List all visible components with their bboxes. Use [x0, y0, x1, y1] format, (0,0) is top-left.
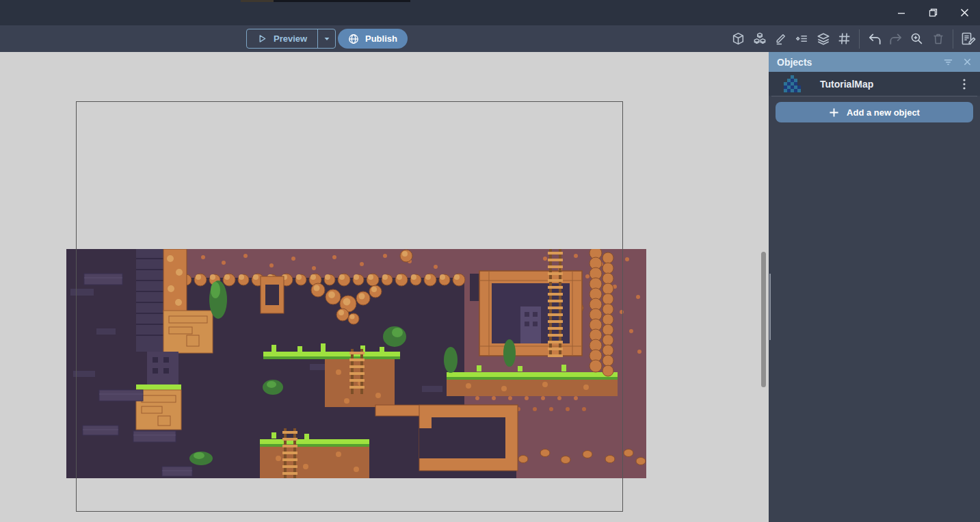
panel-divider: [771, 96, 977, 96]
zoom-in-button[interactable]: [908, 30, 925, 47]
toolbar-separator: [953, 29, 953, 49]
object-options-button[interactable]: [957, 77, 972, 92]
toolbar: Preview Publish: [0, 25, 980, 52]
panel-scrollbar[interactable]: [769, 274, 771, 340]
minimize-button[interactable]: [886, 0, 917, 25]
preview-button[interactable]: Preview: [247, 29, 317, 48]
publish-button-label: Publish: [365, 34, 397, 44]
cube-icon: [731, 31, 745, 46]
titlebar: [0, 0, 980, 25]
object-groups-icon: [752, 31, 767, 47]
scene-editor-canvas[interactable]: [0, 52, 769, 522]
titlebar-artifact-strip-dark: [274, 0, 410, 2]
zoom-in-icon: [910, 31, 924, 46]
object-list-item-tutorialmap[interactable]: TutorialMap: [769, 72, 980, 96]
window-controls: [886, 0, 980, 25]
objects-panel-header: Objects: [769, 52, 980, 72]
panel-close-icon[interactable]: [963, 57, 972, 66]
preview-split-button: Preview: [246, 29, 336, 49]
titlebar-artifact-strip: [241, 0, 274, 2]
objects-panel: Objects TutorialMap Add a new object: [769, 52, 980, 522]
instances-list-icon: [795, 31, 809, 46]
undo-icon: [867, 31, 882, 47]
grid-icon: [837, 31, 851, 46]
redo-icon: [888, 31, 903, 47]
add-new-object-button[interactable]: Add a new object: [776, 102, 973, 122]
layers-icon: [816, 31, 831, 47]
plus-icon: [829, 107, 839, 118]
toolbar-separator: [859, 29, 860, 49]
play-icon: [257, 34, 267, 44]
gdevelop-window: Preview Publish: [0, 0, 980, 522]
undo-button[interactable]: [866, 30, 883, 47]
objects-panel-title: Objects: [777, 57, 812, 68]
filter-icon[interactable]: [943, 57, 953, 67]
trash-icon: [931, 32, 945, 46]
restore-button[interactable]: [917, 0, 949, 25]
minimize-icon: [897, 9, 905, 17]
layers-button[interactable]: [815, 30, 832, 47]
close-icon: [960, 8, 969, 17]
kebab-menu-icon: [959, 78, 969, 90]
redo-button[interactable]: [887, 30, 904, 47]
publish-button[interactable]: Publish: [338, 29, 408, 49]
close-button[interactable]: [949, 0, 980, 25]
preview-options-button[interactable]: [317, 29, 335, 48]
instances-list-button[interactable]: [793, 30, 810, 47]
restore-icon: [929, 8, 938, 17]
main-area: Objects TutorialMap Add a new object: [0, 52, 980, 522]
object-groups-button[interactable]: [751, 30, 768, 47]
edit-scene-button[interactable]: [959, 30, 977, 47]
delete-button[interactable]: [929, 30, 946, 47]
scene-edit-icon: [960, 31, 976, 47]
canvas-vertical-scrollbar[interactable]: [761, 252, 766, 387]
globe-icon: [348, 34, 359, 44]
objects-panel-button[interactable]: [730, 30, 747, 47]
scene-window-frame: [76, 101, 623, 512]
edit-scene-properties-button[interactable]: [772, 30, 789, 47]
preview-button-label: Preview: [274, 34, 307, 44]
pencil-icon: [773, 31, 788, 46]
add-new-object-label: Add a new object: [847, 107, 920, 118]
object-name: TutorialMap: [820, 79, 873, 90]
chevron-down-icon: [323, 35, 331, 43]
grid-button[interactable]: [836, 30, 853, 47]
toolbar-icon-group: [730, 25, 977, 52]
tilemap-object-icon: [784, 75, 801, 92]
